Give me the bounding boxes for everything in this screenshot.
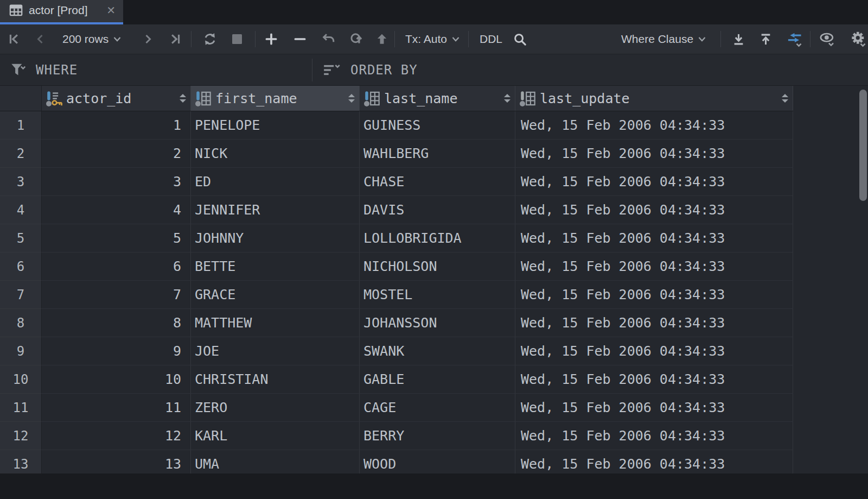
sort-arrows-icon[interactable] [504,94,510,103]
cell-actor-id[interactable]: 10 [42,365,191,394]
row-number[interactable]: 1 [0,111,42,140]
cell-last-update[interactable]: Wed, 15 Feb 2006 04:34:33 [515,168,793,196]
cell-actor-id[interactable]: 2 [42,140,191,168]
cell-last-name[interactable]: JOHANSSON [360,309,515,337]
cell-first-name[interactable]: UMA [191,450,360,473]
row-number[interactable]: 7 [0,281,42,309]
cell-last-name[interactable]: SWANK [360,337,515,365]
row-number[interactable]: 5 [0,224,42,252]
cell-last-name[interactable]: GUINESS [360,111,515,140]
cell-last-update[interactable]: Wed, 15 Feb 2006 04:34:33 [515,252,793,281]
delete-row-button[interactable] [289,28,311,50]
where-clause-dropdown[interactable]: Where Clause [621,33,706,46]
cell-last-update[interactable]: Wed, 15 Feb 2006 04:34:33 [515,196,793,224]
next-page-button[interactable] [137,28,158,50]
first-page-button[interactable] [4,28,25,50]
cell-first-name[interactable]: ZERO [191,394,360,422]
where-filter-field[interactable]: WHERE [10,54,78,85]
cell-last-update[interactable]: Wed, 15 Feb 2006 04:34:33 [515,450,793,473]
cell-actor-id[interactable]: 9 [42,337,191,365]
cell-first-name[interactable]: JOHNNY [191,224,360,252]
row-number[interactable]: 9 [0,337,42,365]
cell-actor-id[interactable]: 3 [42,168,191,196]
cell-first-name[interactable]: BETTE [191,252,360,281]
undo-button[interactable] [318,28,340,50]
table-row: 12 12 KARL BERRY Wed, 15 Feb 2006 04:34:… [0,422,793,450]
revert-button[interactable] [346,28,367,50]
page-size-dropdown[interactable]: 200 rows [62,33,122,46]
row-number[interactable]: 8 [0,309,42,337]
cell-first-name[interactable]: NICK [191,140,360,168]
commit-button[interactable] [371,28,393,50]
tab-actor-prod[interactable]: actor [Prod] ✕ [0,0,123,24]
compare-button[interactable] [784,28,806,50]
sort-arrows-icon[interactable] [180,94,186,103]
cell-actor-id[interactable]: 4 [42,196,191,224]
add-row-button[interactable] [260,28,282,50]
cell-first-name[interactable]: CHRISTIAN [191,365,360,394]
row-number[interactable]: 6 [0,252,42,281]
cell-last-update[interactable]: Wed, 15 Feb 2006 04:34:33 [515,394,793,422]
row-number[interactable]: 4 [0,196,42,224]
cell-last-update[interactable]: Wed, 15 Feb 2006 04:34:33 [515,111,793,140]
cell-first-name[interactable]: ED [191,168,360,196]
sort-arrows-icon[interactable] [782,94,788,103]
row-number[interactable]: 12 [0,422,42,450]
settings-button[interactable] [848,28,868,50]
search-button[interactable] [509,28,531,50]
column-header-last-name[interactable]: last_name [360,86,515,111]
cell-last-name[interactable]: DAVIS [360,196,515,224]
cell-last-update[interactable]: Wed, 15 Feb 2006 04:34:33 [515,140,793,168]
cell-actor-id[interactable]: 11 [42,394,191,422]
tx-mode-dropdown[interactable]: Tx: Auto [405,33,460,46]
column-header-first-name[interactable]: first_name [191,86,360,111]
ddl-button[interactable]: DDL [480,33,502,46]
cell-last-name[interactable]: CHASE [360,168,515,196]
vertical-scrollbar[interactable] [859,90,867,201]
cell-last-update[interactable]: Wed, 15 Feb 2006 04:34:33 [515,281,793,309]
cell-actor-id[interactable]: 13 [42,450,191,473]
export-button[interactable] [727,28,749,50]
cell-last-update[interactable]: Wed, 15 Feb 2006 04:34:33 [515,422,793,450]
cell-actor-id[interactable]: 7 [42,281,191,309]
row-number[interactable]: 2 [0,140,42,168]
close-icon[interactable]: ✕ [106,5,116,16]
previous-page-button[interactable] [30,28,52,50]
cell-last-name[interactable]: LOLLOBRIGIDA [360,224,515,252]
cell-last-name[interactable]: CAGE [360,394,515,422]
cell-last-name[interactable]: BERRY [360,422,515,450]
cell-first-name[interactable]: GRACE [191,281,360,309]
row-number[interactable]: 13 [0,450,42,473]
cell-first-name[interactable]: JENNIFER [191,196,360,224]
cell-last-name[interactable]: NICHOLSON [360,252,515,281]
cell-first-name[interactable]: JOE [191,337,360,365]
row-number[interactable]: 10 [0,365,42,394]
cell-actor-id[interactable]: 8 [42,309,191,337]
cell-actor-id[interactable]: 1 [42,111,191,140]
cell-first-name[interactable]: PENELOPE [191,111,360,140]
last-page-button[interactable] [164,28,186,50]
column-header-last-update[interactable]: last_update [515,86,793,111]
cell-last-update[interactable]: Wed, 15 Feb 2006 04:34:33 [515,309,793,337]
cell-last-name[interactable]: GABLE [360,365,515,394]
row-number[interactable]: 3 [0,168,42,196]
cell-first-name[interactable]: KARL [191,422,360,450]
order-by-field[interactable]: ORDER BY [322,54,418,85]
cell-last-update[interactable]: Wed, 15 Feb 2006 04:34:33 [515,224,793,252]
refresh-button[interactable] [199,28,221,50]
cell-first-name[interactable]: MATTHEW [191,309,360,337]
import-button[interactable] [755,28,776,50]
preview-button[interactable] [816,28,838,50]
row-number[interactable]: 11 [0,394,42,422]
cell-actor-id[interactable]: 5 [42,224,191,252]
stop-button[interactable] [226,28,248,50]
column-header-actor-id[interactable]: actor_id [42,86,191,111]
cell-last-name[interactable]: WAHLBERG [360,140,515,168]
sort-arrows-icon[interactable] [348,94,355,103]
cell-last-update[interactable]: Wed, 15 Feb 2006 04:34:33 [515,365,793,394]
cell-actor-id[interactable]: 12 [42,422,191,450]
cell-last-name[interactable]: MOSTEL [360,281,515,309]
cell-last-update[interactable]: Wed, 15 Feb 2006 04:34:33 [515,337,793,365]
cell-actor-id[interactable]: 6 [42,252,191,281]
cell-last-name[interactable]: WOOD [360,450,515,473]
